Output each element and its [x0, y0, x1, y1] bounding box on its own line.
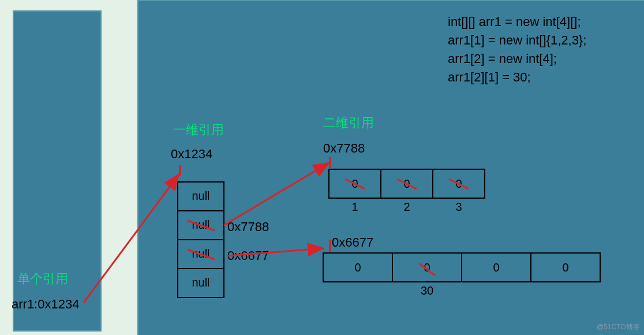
- outer-cell1-val: 0x7788: [227, 219, 269, 234]
- code-line-1: int[][] arr1 = new int[4][];: [448, 14, 581, 29]
- row1-idx1: 2: [403, 200, 410, 213]
- outer-array: null null null null: [178, 182, 224, 297]
- outer-cell0: null: [192, 189, 209, 202]
- arrow-var-to-outer: [84, 174, 179, 303]
- code-line-3: arr1[2] = new int[4];: [448, 51, 557, 66]
- diagram-svg: int[][] arr1 = new int[4][]; arr1[1] = n…: [0, 0, 644, 335]
- addr-row1: 0x7788: [323, 141, 365, 155]
- label-single-ref: 单个引用: [17, 271, 68, 286]
- watermark: @51CTO博客: [597, 323, 640, 331]
- addr-row2: 0x6677: [332, 235, 373, 250]
- arrow-outer1-to-row1: [224, 163, 329, 225]
- code-line-2: arr1[1] = new int[]{1,2,3};: [448, 33, 586, 47]
- row2-v2: 0: [493, 261, 499, 274]
- outer-cell3: null: [192, 276, 209, 289]
- code-line-4: arr1[2][1] = 30;: [448, 70, 531, 84]
- row1-array: 0 0 0 1 2 3: [329, 169, 485, 213]
- row1-idx2: 3: [455, 200, 462, 213]
- row2-array: 0 0 0 0: [323, 253, 600, 282]
- row2-newval: 30: [421, 284, 433, 297]
- label-dim1: 一维引用: [173, 122, 224, 137]
- label-dim2: 二维引用: [323, 116, 374, 130]
- row2-v3: 0: [562, 261, 568, 274]
- addr-outer: 0x1234: [171, 147, 212, 161]
- row1-idx0: 1: [351, 200, 358, 213]
- var-text: arr1:0x1234: [12, 297, 79, 311]
- row2-v0: 0: [354, 261, 361, 274]
